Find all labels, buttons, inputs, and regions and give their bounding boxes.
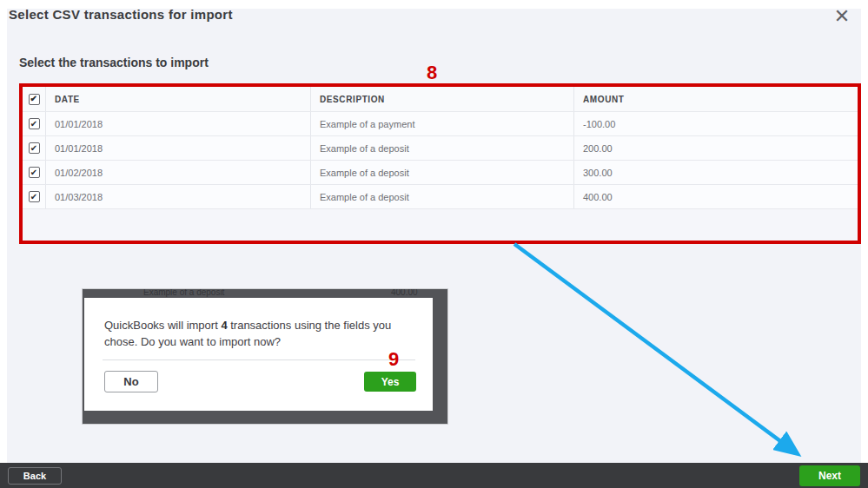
table-row: ✔ 01/01/2018 Example of a deposit 200.00 [23,136,858,161]
header-date: DATE [45,87,310,111]
footer-bar: Back Next [0,463,868,488]
transactions-table-highlight: ✔ DATE DESCRIPTION AMOUNT ✔ 01/01/2018 E… [19,83,861,244]
row-checkbox-cell: ✔ [23,112,45,135]
row-checkbox[interactable]: ✔ [29,191,40,202]
cell-date: 01/01/2018 [45,136,310,160]
cell-date: 01/01/2018 [45,112,310,135]
cell-amount: -100.00 [573,112,858,135]
annotation-step-9: 9 [383,350,404,369]
header-amount: AMOUNT [573,87,858,111]
row-checkbox-cell: ✔ [23,136,45,160]
yes-button[interactable]: Yes [364,372,416,392]
cell-description: Example of a deposit [310,161,573,184]
cell-amount: 400.00 [573,185,858,208]
annotation-step-8: 8 [417,63,447,82]
row-checkbox-cell: ✔ [23,161,45,184]
page-subtitle: Select the transactions to import [19,56,209,69]
table-header-row: ✔ DATE DESCRIPTION AMOUNT [23,87,858,112]
header-description: DESCRIPTION [310,87,573,111]
cell-date: 01/03/2018 [45,185,310,208]
cell-description: Example of a payment [310,112,573,135]
back-button[interactable]: Back [8,467,62,485]
confirm-import-modal: QuickBooks will import 4 transactions us… [84,298,433,411]
cell-description: Example of a deposit [310,136,573,160]
table-row: ✔ 01/02/2018 Example of a deposit 300.00 [23,161,858,185]
row-checkbox[interactable]: ✔ [29,118,40,129]
table-row: ✔ 01/03/2018 Example of a deposit 400.00 [23,185,858,209]
transactions-table: ✔ DATE DESCRIPTION AMOUNT ✔ 01/01/2018 E… [23,87,858,209]
modal-divider [103,359,415,360]
import-dialog: Select CSV transactions for import ✕ Sel… [0,0,868,488]
confirm-message: QuickBooks will import 4 transactions us… [104,317,421,350]
next-button[interactable]: Next [799,465,860,486]
dimmed-table-row: Example of a deposit 400.00 [83,289,447,298]
cell-date: 01/02/2018 [45,161,310,184]
row-checkbox[interactable]: ✔ [29,167,40,178]
cell-amount: 200.00 [573,136,858,160]
dimmed-description: Example of a deposit [143,289,224,297]
row-checkbox-cell: ✔ [23,185,45,208]
cell-description: Example of a deposit [310,185,573,208]
close-icon[interactable]: ✕ [827,2,857,31]
row-checkbox[interactable]: ✔ [29,142,40,154]
cell-amount: 300.00 [573,161,858,184]
dimmed-amount: 400.00 [391,289,418,297]
table-body: ✔ 01/01/2018 Example of a payment -100.0… [23,112,858,209]
dialog-title: Select CSV transactions for import [9,7,233,22]
no-button[interactable]: No [104,371,158,392]
header-checkbox-cell: ✔ [23,87,45,111]
select-all-checkbox[interactable]: ✔ [29,94,40,105]
table-row: ✔ 01/01/2018 Example of a payment -100.0… [23,112,858,136]
transaction-count: 4 [221,319,227,332]
